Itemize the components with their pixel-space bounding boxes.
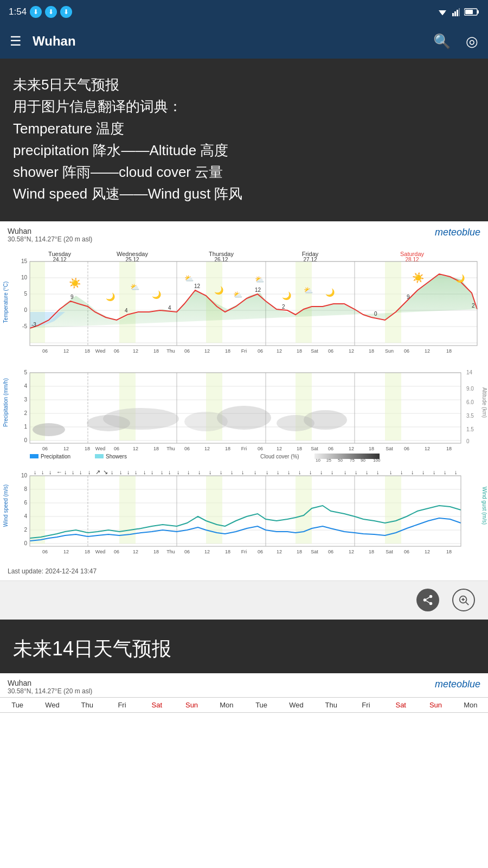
day-col-fri2: Fri [349,701,383,709]
svg-text:06: 06 [258,549,263,554]
svg-text:↓: ↓ [376,469,380,475]
svg-text:18: 18 [225,549,230,554]
svg-text:Precipitation (mm/h): Precipitation (mm/h) [3,378,9,426]
day-col-sun2: Sun [418,701,453,709]
svg-text:18: 18 [297,549,302,554]
svg-text:Sat: Sat [311,348,318,354]
forecast-14-banner: 未来14日天气预报 [0,620,488,673]
svg-text:↓: ↓ [111,469,114,475]
search-button[interactable]: 🔍 [433,33,451,50]
svg-rect-2 [452,13,454,16]
svg-point-253 [429,595,433,598]
day-col-fri1: Fri [105,701,139,709]
svg-point-118 [33,423,65,436]
svg-text:↓: ↓ [72,469,75,475]
svg-text:18: 18 [369,348,374,354]
svg-text:Showers: Showers [106,454,127,459]
svg-text:🌙: 🌙 [325,288,335,297]
svg-text:06: 06 [328,348,333,354]
top-nav: ☰ Wuhan 🔍 ◎ [0,24,488,59]
svg-text:12: 12 [204,446,210,451]
svg-text:18: 18 [446,446,452,451]
svg-text:Wind speed (m/s): Wind speed (m/s) [3,484,9,527]
svg-text:↓: ↓ [365,469,369,475]
svg-text:↓: ↓ [34,469,37,475]
svg-text:6.0: 6.0 [466,399,474,405]
svg-text:⛅: ⛅ [233,290,243,299]
svg-text:10: 10 [21,275,28,280]
svg-text:18: 18 [446,348,452,354]
svg-text:12: 12 [194,283,201,289]
svg-text:12: 12 [63,348,69,354]
svg-text:↓: ↓ [198,469,201,475]
svg-text:↓: ↓ [277,469,280,475]
svg-text:Thu: Thu [166,348,175,354]
svg-text:0: 0 [24,307,27,313]
svg-text:Altitude (km): Altitude (km) [481,387,487,418]
svg-text:12: 12 [133,348,138,354]
svg-text:↓: ↓ [287,469,291,475]
svg-text:12: 12 [277,549,282,554]
svg-text:☀️: ☀️ [69,277,81,289]
svg-text:⛅: ⛅ [304,286,313,295]
svg-text:↓: ↓ [309,469,312,475]
svg-text:06: 06 [184,549,190,554]
svg-rect-5 [459,8,460,16]
svg-text:18: 18 [85,549,90,554]
svg-text:0: 0 [466,438,470,444]
svg-text:12: 12 [425,348,430,354]
svg-text:18: 18 [85,446,90,451]
svg-text:↓: ↓ [143,469,146,475]
svg-text:Sun: Sun [385,348,394,354]
svg-text:18: 18 [225,446,230,451]
day-col-wed1: Wed [35,701,69,709]
svg-text:0: 0 [374,311,377,317]
nav-title: Wuhan [33,34,418,49]
svg-text:2: 2 [24,410,27,416]
svg-text:Wind gust (m/s): Wind gust (m/s) [481,487,487,525]
svg-text:⛅: ⛅ [130,283,140,292]
svg-text:14: 14 [466,369,473,375]
svg-rect-150 [95,454,104,458]
svg-text:🌙: 🌙 [455,274,465,283]
chart-14-brand: meteoblue [435,679,480,690]
svg-text:6: 6 [24,500,27,506]
chart-header-5day: Wuhan 30.58°N, 114.27°E (20 m asl) meteo… [0,221,488,245]
svg-text:Thu: Thu [166,446,175,451]
svg-text:←: ← [56,469,62,475]
hamburger-menu[interactable]: ☰ [10,34,22,49]
svg-text:🌙: 🌙 [282,291,292,301]
svg-text:4: 4 [125,308,128,314]
svg-text:↓: ↓ [355,469,358,475]
svg-text:↓: ↓ [151,469,154,475]
svg-text:Precipitation: Precipitation [41,454,70,459]
last-update: Last update: 2024-12-24 13:47 [0,565,488,580]
svg-line-259 [466,602,468,605]
svg-text:06: 06 [404,446,409,451]
svg-text:↓: ↓ [298,469,301,475]
svg-text:Fri: Fri [241,549,247,554]
zoom-button[interactable] [452,589,475,611]
svg-text:↓: ↓ [209,469,212,475]
svg-text:9: 9 [407,294,410,300]
svg-text:1: 1 [24,424,27,430]
svg-text:Fri: Fri [241,446,247,451]
weather-section-5day: Wuhan 30.58°N, 114.27°E (20 m asl) meteo… [0,221,488,580]
svg-text:10: 10 [316,458,320,462]
status-bar: 1:54 ⬇ ⬇ ⬇ [0,0,488,24]
svg-rect-26 [385,261,401,343]
svg-text:Sat: Sat [386,446,393,451]
svg-text:↓: ↓ [454,469,458,475]
svg-text:↓: ↓ [241,469,245,475]
download-icon-1: ⬇ [30,6,42,18]
svg-text:12: 12 [133,549,138,554]
svg-text:↗: ↗ [95,469,100,475]
location-button[interactable]: ◎ [466,33,478,50]
svg-text:⛅: ⛅ [255,275,265,284]
svg-text:18: 18 [369,446,374,451]
share-button[interactable] [416,589,439,611]
svg-text:5: 5 [24,291,27,297]
day-col-thu1: Thu [70,701,105,709]
svg-text:06: 06 [404,549,409,554]
svg-text:12: 12 [349,348,354,354]
